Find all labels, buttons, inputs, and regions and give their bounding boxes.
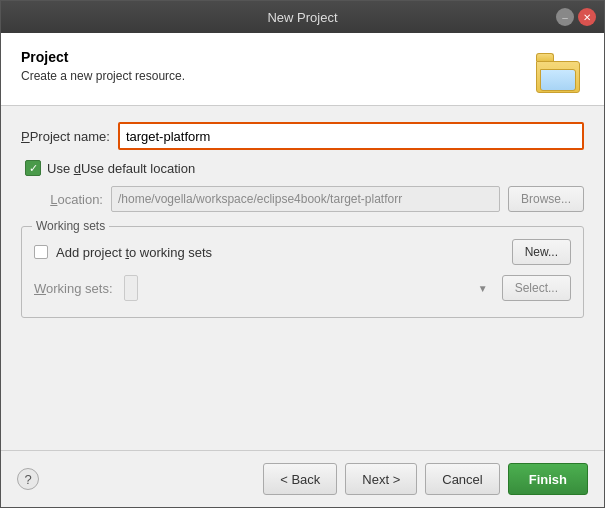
working-sets-group: Working sets Add project to working sets… [21, 226, 584, 318]
section-subtitle: Create a new project resource. [21, 69, 185, 83]
working-sets-legend: Working sets [32, 219, 109, 233]
use-default-checkbox[interactable]: ✓ [25, 160, 41, 176]
location-row: Location: Browse... [21, 186, 584, 212]
minimize-button[interactable]: – [556, 8, 574, 26]
main-section: PProject name: ✓ Use dUse default locati… [1, 106, 604, 450]
working-sets-add-row: Add project to working sets New... [34, 239, 571, 265]
new-working-set-button[interactable]: New... [512, 239, 571, 265]
cancel-button[interactable]: Cancel [425, 463, 499, 495]
window-title: New Project [267, 10, 337, 25]
working-sets-select-wrapper: ▼ [124, 275, 494, 301]
working-sets-select[interactable] [124, 275, 138, 301]
next-button[interactable]: Next > [345, 463, 417, 495]
section-title: Project [21, 49, 185, 65]
location-label: Location: [21, 192, 103, 207]
select-button[interactable]: Select... [502, 275, 571, 301]
project-name-row: PProject name: [21, 122, 584, 150]
help-button[interactable]: ? [17, 468, 39, 490]
browse-button[interactable]: Browse... [508, 186, 584, 212]
folder-icon [536, 53, 584, 93]
use-default-location-row: ✓ Use dUse default location [21, 160, 584, 176]
titlebar: New Project – ✕ [1, 1, 604, 33]
header-text: Project Create a new project resource. [21, 49, 185, 83]
back-button[interactable]: < Back [263, 463, 337, 495]
use-default-label: Use dUse default location [47, 161, 195, 176]
finish-button[interactable]: Finish [508, 463, 588, 495]
working-sets-label: Working sets: [34, 281, 116, 296]
working-sets-select-row: Working sets: ▼ Select... [34, 275, 571, 301]
add-to-working-sets-label: Add project to working sets [56, 245, 504, 260]
project-name-label: PProject name: [21, 129, 110, 144]
new-project-dialog: New Project – ✕ Project Create a new pro… [0, 0, 605, 508]
titlebar-controls: – ✕ [556, 8, 596, 26]
header-section: Project Create a new project resource. [1, 33, 604, 106]
select-arrow-icon: ▼ [478, 283, 488, 294]
close-button[interactable]: ✕ [578, 8, 596, 26]
footer: ? < Back Next > Cancel Finish [1, 450, 604, 507]
location-input[interactable] [111, 186, 500, 212]
add-to-working-sets-checkbox[interactable] [34, 245, 48, 259]
project-name-input[interactable] [118, 122, 584, 150]
